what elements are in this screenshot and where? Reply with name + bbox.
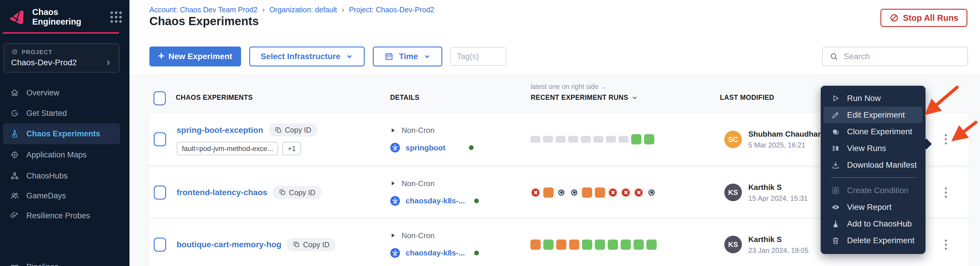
- column-header-recent-runs[interactable]: RECENT EXPERIMENT RUNS: [531, 93, 638, 101]
- experiment-name-link[interactable]: frontend-latency-chaos: [177, 188, 267, 197]
- run-status-aborted[interactable]: [582, 187, 592, 198]
- new-experiment-button[interactable]: + New Experiment: [150, 46, 241, 66]
- run-status-aborted[interactable]: [556, 239, 566, 250]
- run-status-passed[interactable]: [631, 134, 641, 144]
- run-status-passed[interactable]: [633, 239, 644, 250]
- run-status-stopped[interactable]: [556, 187, 566, 198]
- sidebar-item-label: GameDays: [26, 192, 66, 201]
- tags-filter-input[interactable]: [450, 47, 506, 66]
- avatar: KS: [724, 184, 742, 201]
- stop-all-runs-button[interactable]: Stop All Runs: [880, 9, 967, 27]
- select-infrastructure-dropdown[interactable]: Select Infrastructure: [249, 46, 364, 66]
- copy-id-button[interactable]: Copy ID: [273, 186, 321, 199]
- run-status-empty[interactable]: [543, 136, 553, 143]
- project-selector[interactable]: PROJECT Chaos-Dev-Prod2: [3, 43, 119, 73]
- lock-icon: [831, 186, 840, 195]
- infrastructure-link[interactable]: springboot: [406, 143, 445, 152]
- play-triangle-icon: [390, 127, 396, 133]
- infrastructure-link[interactable]: chaosday-k8s-...: [406, 249, 465, 258]
- app-title: Chaos Engineering: [32, 7, 104, 27]
- run-status-passed[interactable]: [582, 239, 592, 250]
- breadcrumb-project[interactable]: Project: Chaos-Dev-Prod2: [349, 6, 434, 14]
- chaos-experiments-page: Chaos Engineering PROJECT Chaos-Dev-Prod…: [0, 0, 980, 266]
- calendar-icon: [384, 52, 394, 61]
- copy-id-button[interactable]: Copy ID: [287, 238, 336, 251]
- experiment-name-link[interactable]: spring-boot-exception: [177, 125, 263, 135]
- ban-icon: [889, 13, 899, 22]
- run-status-failed[interactable]: [620, 187, 631, 198]
- run-status-aborted[interactable]: [530, 239, 541, 250]
- run-status-passed[interactable]: [595, 239, 605, 250]
- app-switcher-icon[interactable]: [110, 11, 122, 23]
- run-status-passed[interactable]: [543, 239, 554, 250]
- project-label: PROJECT: [22, 49, 52, 55]
- menu-item-run-now[interactable]: Run Now: [821, 90, 926, 106]
- run-status-passed[interactable]: [620, 239, 631, 250]
- run-status-failed[interactable]: [633, 187, 644, 198]
- sidebar-item-chaos-experiments[interactable]: Chaos Experiments: [3, 123, 120, 144]
- menu-item-download-manifest[interactable]: Download Manifest: [821, 157, 926, 173]
- time-filter-dropdown[interactable]: Time: [373, 46, 442, 66]
- menu-item-view-report[interactable]: View Report: [821, 199, 926, 215]
- schedule-type: Non-Cron: [401, 231, 434, 240]
- row-checkbox[interactable]: [154, 238, 166, 252]
- row-checkbox[interactable]: [154, 132, 166, 146]
- menu-item-view-runs[interactable]: View Runs: [821, 140, 926, 157]
- row-checkbox[interactable]: [154, 185, 166, 200]
- search-icon: [829, 52, 838, 61]
- row-menu-button[interactable]: [942, 236, 950, 253]
- row-menu-button[interactable]: [942, 184, 950, 201]
- tag-chip[interactable]: fault=pod-jvm-method-exce...: [177, 142, 278, 155]
- sidebar-item-label: Get Started: [26, 109, 67, 118]
- copy-icon: [274, 126, 282, 134]
- run-status-empty[interactable]: [581, 136, 591, 143]
- run-status-aborted[interactable]: [569, 239, 579, 250]
- sidebar-item-gamedays[interactable]: GameDays: [3, 185, 120, 206]
- infrastructure-link[interactable]: chaosday-k8s-...: [406, 196, 465, 206]
- breadcrumb-organization[interactable]: Organization: default: [269, 6, 337, 14]
- run-status-empty[interactable]: [530, 136, 540, 143]
- tag-more-chip[interactable]: +1: [282, 142, 301, 155]
- menu-item-delete-experiment[interactable]: Delete Experiment: [821, 232, 926, 249]
- run-status-aborted[interactable]: [595, 187, 605, 198]
- row-context-menu: Run Now Edit Experiment Clone Experiment…: [821, 86, 926, 254]
- boxes-icon: [10, 262, 19, 266]
- run-status-empty[interactable]: [593, 136, 603, 143]
- sidebar-item-application-maps[interactable]: Application Maps: [3, 144, 120, 165]
- run-status-passed[interactable]: [608, 239, 618, 250]
- home-icon: [10, 88, 19, 97]
- sidebar-item-chaoshubs[interactable]: ChaosHubs: [3, 165, 120, 187]
- experiment-name-link[interactable]: boutique-cart-memory-hog: [177, 240, 282, 249]
- play-triangle-icon: [390, 232, 396, 239]
- target-icon: [10, 150, 19, 160]
- run-status-passed[interactable]: [646, 239, 657, 250]
- sidebar-item-overview[interactable]: Overview: [3, 82, 120, 103]
- run-status-empty[interactable]: [606, 136, 616, 143]
- run-status-stopped[interactable]: [569, 187, 579, 198]
- sidebar-item-pipelines[interactable]: Pipelines: [3, 256, 120, 266]
- sidebar-item-resilience-probes[interactable]: Resilience Probes: [3, 205, 120, 226]
- run-status-passed[interactable]: [644, 134, 654, 144]
- sidebar-item-label: Resilience Probes: [26, 211, 90, 220]
- menu-item-add-to-chaoshub[interactable]: Add to ChaosHub: [821, 215, 926, 232]
- run-status-failed[interactable]: [530, 187, 541, 198]
- breadcrumb-account[interactable]: Account: Chaos Dev Team Prod2: [150, 6, 258, 14]
- sidebar-item-get-started[interactable]: Get Started: [3, 103, 120, 124]
- copy-icon: [278, 189, 286, 196]
- run-status-failed[interactable]: [608, 187, 618, 198]
- select-all-checkbox[interactable]: [153, 91, 166, 105]
- sidebar-item-label: Application Maps: [26, 150, 87, 160]
- row-menu-button[interactable]: [942, 131, 950, 147]
- search-input[interactable]: [843, 52, 961, 62]
- menu-item-edit-experiment[interactable]: Edit Experiment: [824, 106, 923, 123]
- run-status-stopped[interactable]: [646, 187, 657, 198]
- modified-by-name: Karthik S: [748, 235, 809, 244]
- run-status-empty[interactable]: [568, 136, 578, 143]
- run-status-empty[interactable]: [619, 136, 628, 143]
- menu-item-clone-experiment[interactable]: Clone Experiment: [821, 123, 926, 140]
- copy-id-button[interactable]: Copy ID: [269, 124, 317, 137]
- run-status-aborted[interactable]: [543, 187, 554, 198]
- search-box[interactable]: [822, 47, 968, 66]
- people-icon: [10, 191, 19, 201]
- run-status-empty[interactable]: [555, 136, 566, 143]
